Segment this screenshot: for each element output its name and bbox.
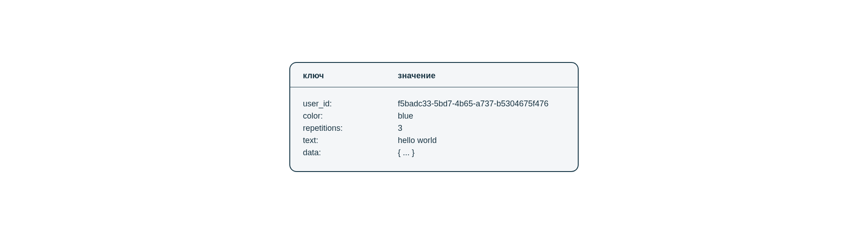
table-row: text: hello world — [303, 136, 565, 145]
card-body: user_id: f5badc33-5bd7-4b65-a737-b530467… — [290, 87, 578, 171]
table-row: data: { ... } — [303, 148, 565, 158]
table-row: repetitions: 3 — [303, 124, 565, 133]
row-value: hello world — [398, 136, 565, 145]
row-value: 3 — [398, 124, 565, 133]
row-key: user_id: — [303, 99, 398, 109]
row-key: repetitions: — [303, 124, 398, 133]
header-value-label: значение — [398, 71, 565, 81]
row-value: blue — [398, 111, 565, 121]
key-value-card: ключ значение user_id: f5badc33-5bd7-4b6… — [289, 62, 579, 172]
table-row: user_id: f5badc33-5bd7-4b65-a737-b530467… — [303, 99, 565, 109]
row-key: data: — [303, 148, 398, 158]
row-value: f5badc33-5bd7-4b65-a737-b5304675f476 — [398, 99, 565, 109]
header-key-label: ключ — [303, 71, 398, 81]
row-key: color: — [303, 111, 398, 121]
table-row: color: blue — [303, 111, 565, 121]
row-key: text: — [303, 136, 398, 145]
row-value: { ... } — [398, 148, 565, 158]
card-header: ключ значение — [290, 63, 578, 87]
